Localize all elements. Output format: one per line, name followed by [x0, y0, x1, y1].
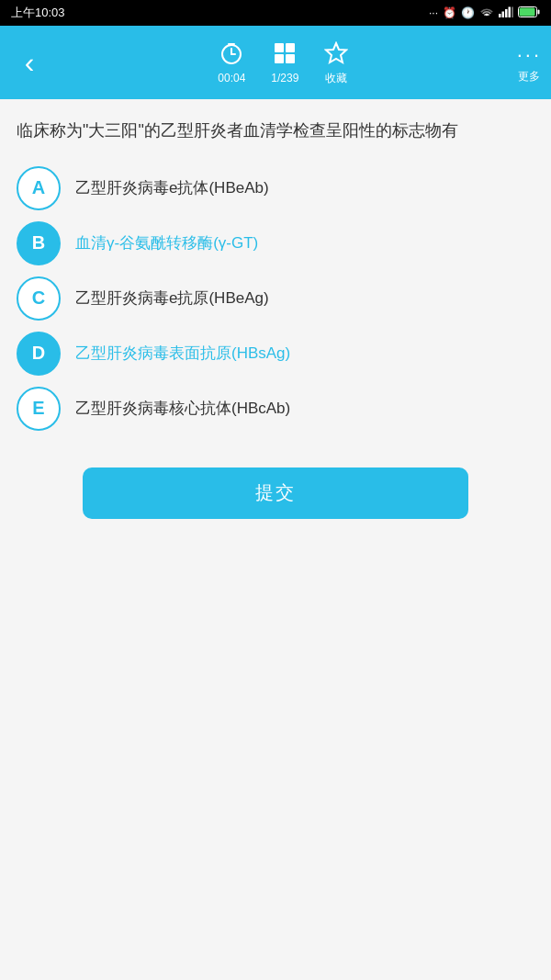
svg-rect-6 — [538, 9, 540, 14]
option-item-c[interactable]: C 乙型肝炎病毒e抗原(HBeAg) — [17, 276, 534, 321]
signal-icon: ··· — [429, 6, 438, 19]
option-circle-d: D — [17, 332, 61, 376]
back-button[interactable]: ‹ — [9, 42, 50, 83]
svg-marker-17 — [326, 43, 346, 62]
battery-icon — [518, 6, 540, 20]
option-item-d[interactable]: D 乙型肝炎病毒表面抗原(HBsAg) — [17, 332, 534, 376]
svg-rect-15 — [275, 54, 284, 63]
svg-rect-7 — [520, 7, 535, 16]
svg-rect-14 — [286, 43, 295, 52]
main-content: 临床称为"大三阳"的乙型肝炎者血清学检查呈阳性的标志物有 A 乙型肝炎病毒e抗体… — [0, 99, 551, 980]
option-label-c: C — [32, 287, 45, 309]
wifi-icon — [479, 6, 494, 20]
option-item-a[interactable]: A 乙型肝炎病毒e抗体(HBeAb) — [17, 166, 534, 210]
star-icon — [324, 41, 348, 69]
more-nav-item[interactable]: ··· 更多 — [517, 43, 542, 82]
svg-rect-4 — [512, 6, 513, 17]
option-text-b: 血清γ-谷氨酰转移酶(γ-GT) — [75, 232, 258, 254]
option-text-c: 乙型肝炎病毒e抗原(HBeAg) — [75, 287, 269, 310]
timer-value: 00:04 — [218, 73, 245, 84]
svg-rect-13 — [275, 43, 284, 52]
signal-bars-icon — [499, 6, 513, 20]
option-item-e[interactable]: E 乙型肝炎病毒核心抗体(HBcAb) — [17, 387, 534, 431]
favorite-label: 收藏 — [325, 73, 347, 84]
option-item-b[interactable]: B 血清γ-谷氨酰转移酶(γ-GT) — [17, 221, 534, 265]
alarm-icon: ⏰ — [443, 6, 456, 19]
option-label-d: D — [32, 343, 45, 364]
favorite-nav-item[interactable]: 收藏 — [324, 41, 348, 84]
question-text: 临床称为"大三阳"的乙型肝炎者血清学检查呈阳性的标志物有 — [17, 118, 534, 144]
more-label: 更多 — [518, 71, 540, 82]
option-text-a: 乙型肝炎病毒e抗体(HBeAb) — [75, 177, 269, 199]
options-list: A 乙型肝炎病毒e抗体(HBeAb) B 血清γ-谷氨酰转移酶(γ-GT) C … — [17, 166, 534, 431]
grid-icon — [273, 41, 297, 69]
back-icon: ‹ — [25, 46, 35, 80]
timer-icon — [219, 41, 243, 69]
option-circle-a: A — [17, 166, 61, 210]
option-label-e: E — [32, 398, 44, 419]
clock-icon: 🕐 — [461, 6, 475, 19]
submit-button[interactable]: 提交 — [83, 467, 468, 519]
svg-rect-0 — [499, 14, 501, 17]
progress-nav-item[interactable]: 1/239 — [271, 41, 298, 84]
timer-nav-item[interactable]: 00:04 — [218, 41, 245, 84]
svg-rect-16 — [286, 54, 295, 63]
svg-rect-3 — [509, 6, 512, 17]
option-label-b: B — [32, 232, 45, 253]
option-circle-c: C — [17, 276, 61, 321]
svg-rect-1 — [502, 11, 505, 17]
option-circle-b: B — [17, 221, 61, 265]
option-circle-e: E — [17, 387, 61, 431]
nav-center: 00:04 1/239 收藏 — [218, 41, 348, 84]
status-bar: 上午10:03 ··· ⏰ 🕐 — [0, 0, 551, 26]
option-text-d: 乙型肝炎病毒表面抗原(HBsAg) — [75, 343, 290, 365]
nav-bar: ‹ 00:04 — [0, 26, 551, 99]
svg-rect-2 — [505, 9, 508, 17]
progress-value: 1/239 — [271, 73, 298, 84]
status-right: ··· ⏰ 🕐 — [429, 6, 540, 20]
option-text-e: 乙型肝炎病毒核心抗体(HBcAb) — [75, 398, 290, 420]
status-time: 上午10:03 — [11, 5, 65, 21]
option-label-a: A — [32, 177, 45, 198]
more-dots-icon: ··· — [517, 43, 542, 67]
